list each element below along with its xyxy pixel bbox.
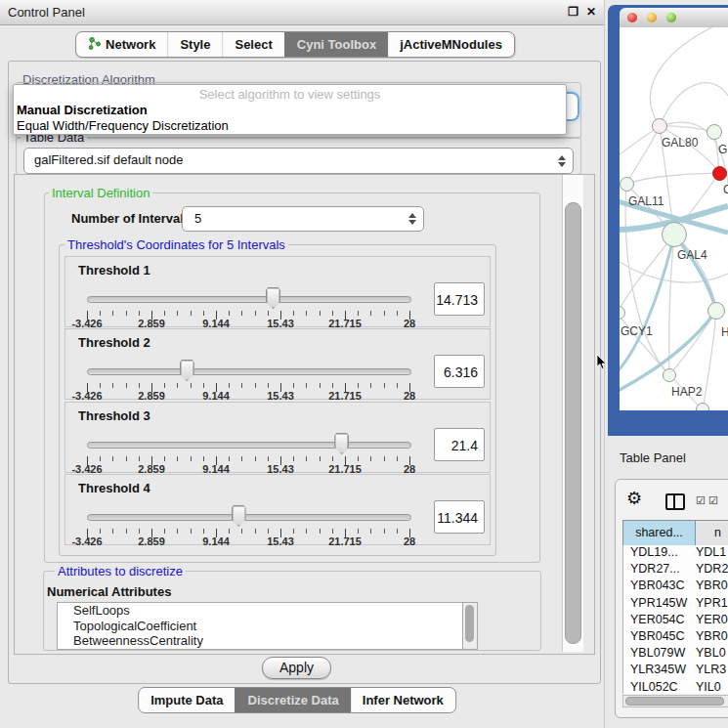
network-node[interactable] [663, 368, 676, 382]
threshold-2-slider-handle[interactable] [180, 360, 194, 381]
combo-spinner-icon [558, 155, 566, 167]
network-node[interactable] [712, 166, 727, 181]
dropdown-placeholder-option[interactable]: Select algorithm to view settings [14, 87, 566, 103]
list-item-selfloops[interactable]: SelfLoops [58, 603, 463, 619]
apply-button[interactable]: Apply [262, 657, 331, 679]
table-row[interactable]: YLR345WYLR3 [623, 663, 728, 679]
network-window-titlebar [620, 8, 728, 28]
thresholds-group-label: Threshold's Coordinates for 5 Intervals [64, 237, 288, 252]
list-item-betweennesscentrality[interactable]: BetweennessCentrality [58, 633, 463, 649]
table-row[interactable]: YIL052CYIL0 [623, 680, 728, 695]
control-panel-titlebar: Control Panel ❐ ✕ [0, 0, 604, 25]
tab-label: Infer Network [363, 693, 444, 707]
split-columns-icon[interactable] [665, 493, 685, 510]
close-icon[interactable]: ✕ [586, 5, 596, 19]
tab-select[interactable]: Select [222, 32, 283, 57]
attributes-list-scrollbar-thumb[interactable] [465, 605, 474, 642]
network-node[interactable] [620, 177, 634, 192]
tab-infer-network[interactable]: Infer Network [351, 688, 455, 712]
numerical-attributes-label: Numerical Attributes [47, 584, 171, 599]
threshold-1-panel: Threshold 1 -3.4262.8599.14415.4321.7152… [64, 256, 491, 327]
table-row[interactable]: YPR145WYPR1 [623, 596, 728, 613]
tab-cyni-toolbox[interactable]: Cyni Toolbox [284, 32, 388, 57]
checkbox-icon[interactable]: ☑ [708, 494, 718, 507]
threshold-2-panel: Threshold 2 -3.4262.8599.14415.4321.7152… [64, 328, 491, 400]
threshold-1-label: Threshold 1 [78, 263, 150, 278]
threshold-1-slider-handle[interactable] [266, 287, 280, 309]
tab-jactivemnodules[interactable]: jActiveMNodules [388, 32, 514, 57]
interval-definition-group-label: Interval Definition [49, 186, 152, 200]
threshold-2-value-field[interactable]: 6.316 [434, 355, 485, 388]
threshold-3-panel: Threshold 3 -3.4262.8599.14415.4321.7152… [64, 402, 491, 473]
table-row[interactable]: YDR27...YDR2 [623, 562, 728, 578]
table-data-combobox[interactable]: galFiltered.sif default node [23, 148, 574, 174]
table-row[interactable]: YER054CYER0 [623, 613, 728, 629]
close-traffic-light-icon[interactable] [627, 13, 637, 22]
combo-spinner-icon [408, 213, 416, 225]
threshold-3-value-field[interactable]: 21.4 [434, 428, 485, 461]
network-edges [620, 27, 728, 410]
tab-label: Style [180, 37, 210, 52]
threshold-2-slider-track[interactable] [87, 368, 411, 375]
slider-tick-labels: -3.4262.8599.14415.4321.71528 [87, 535, 409, 547]
threshold-3-slider-track[interactable] [87, 442, 411, 449]
column-header-shared[interactable]: shared... [623, 521, 696, 545]
number-of-intervals-value: 5 [194, 207, 201, 231]
slider-tick-labels: -3.4262.8599.14415.4321.71528 [87, 390, 409, 402]
settings-scrollbar-thumb[interactable] [565, 202, 581, 644]
table-data-selected-value: galFiltered.sif default node [34, 149, 183, 172]
control-panel: Control Panel ❐ ✕ Network Style Select [0, 0, 605, 728]
float-window-icon[interactable]: ❐ [568, 5, 578, 19]
number-of-intervals-combobox[interactable]: 5 [182, 206, 424, 232]
number-of-intervals-label: Number of Intervals [71, 211, 191, 226]
bottom-tabbar: Impute Data Discretize Data Infer Networ… [138, 687, 456, 713]
table-row[interactable]: YBL079WYBL0 [623, 646, 728, 663]
threshold-1-value-field[interactable]: 14.713 [434, 282, 485, 316]
tab-style[interactable]: Style [167, 32, 222, 57]
tab-label: Select [235, 37, 272, 52]
threshold-4-panel: Threshold 4 -3.4262.8599.14415.4321.7152… [64, 474, 491, 545]
network-node-label: HAP2 [671, 385, 702, 399]
threshold-4-value-field[interactable]: 11.344 [434, 500, 485, 534]
column-header-name[interactable]: n [696, 521, 728, 545]
checkbox-icon[interactable]: ☑ [696, 494, 706, 507]
table-row[interactable]: YDL19...YDL1 [623, 545, 728, 562]
threshold-3-slider-handle[interactable] [334, 433, 349, 454]
tab-label: Network [106, 37, 155, 52]
table-row[interactable]: YBR043CYBR0 [623, 578, 728, 595]
network-node-label: GAL4 [677, 248, 707, 262]
network-node[interactable] [696, 403, 709, 410]
tab-discretize-data[interactable]: Discretize Data [236, 688, 351, 712]
threshold-4-slider-track[interactable] [87, 514, 411, 521]
network-node-label: C [723, 183, 728, 196]
table-row[interactable]: YBR045CYBR0 [623, 629, 728, 646]
table-hscrollbar-thumb[interactable] [625, 697, 724, 706]
network-node-label: GCY1 [621, 324, 653, 338]
network-node[interactable] [707, 302, 725, 320]
tab-label: Discretize Data [248, 693, 339, 707]
algorithm-dropdown-popup: Select algorithm to view settings Manual… [13, 84, 567, 135]
dropdown-option-equal-width[interactable]: Equal Width/Frequency Discretization [14, 118, 566, 134]
numerical-attributes-list: SelfLoops TopologicalCoefficient Between… [57, 602, 464, 650]
network-node[interactable] [652, 118, 667, 134]
tab-network[interactable]: Network [76, 32, 167, 57]
network-node[interactable] [707, 124, 722, 140]
network-canvas[interactable]: GAL80GCGAL11GAL4GCY1HHAP2 [620, 27, 728, 410]
list-item-topologicalcoefficient[interactable]: TopologicalCoefficient [58, 619, 463, 634]
threshold-2-label: Threshold 2 [78, 335, 150, 350]
attributes-list-scrollbar[interactable] [462, 602, 478, 650]
network-node[interactable] [662, 222, 687, 247]
zoom-traffic-light-icon[interactable] [666, 13, 676, 22]
threshold-4-slider-handle[interactable] [232, 505, 246, 527]
tab-label: Impute Data [150, 693, 223, 707]
table-hscrollbar[interactable] [622, 695, 728, 707]
tab-impute-data[interactable]: Impute Data [139, 688, 235, 712]
table-header-row: shared... n [622, 520, 728, 546]
dropdown-option-manual-discretization[interactable]: Manual Discretization [14, 103, 566, 118]
minimize-traffic-light-icon[interactable] [647, 13, 657, 22]
threshold-1-slider-track[interactable] [87, 296, 411, 303]
top-tabbar: Network Style Select Cyni Toolbox jActiv… [75, 31, 515, 58]
mouse-cursor [596, 355, 608, 370]
gear-icon[interactable]: ⚙ [626, 488, 642, 509]
network-node-label: H [721, 325, 728, 339]
